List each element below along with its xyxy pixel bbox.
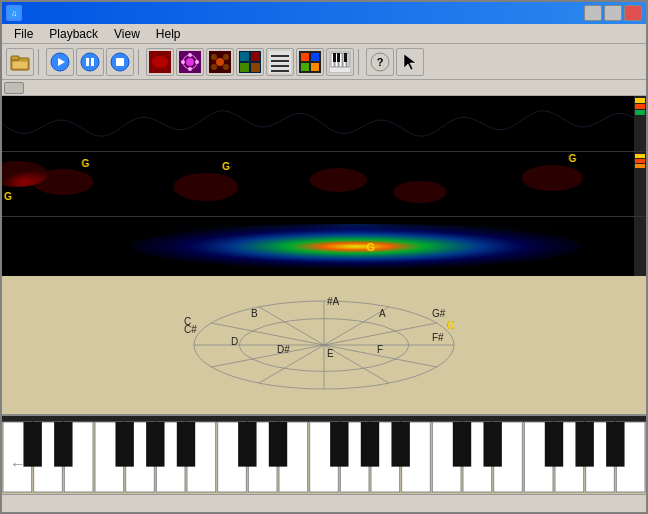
heatmap-panel (2, 216, 646, 276)
menu-playback[interactable]: Playback (41, 25, 106, 43)
help-button[interactable]: ? (366, 48, 394, 76)
svg-rect-29 (251, 52, 260, 61)
statusbar (2, 494, 646, 512)
piano-area[interactable] (2, 414, 646, 494)
svg-point-19 (181, 60, 185, 64)
piano-button[interactable] (326, 48, 354, 76)
sep1 (38, 49, 42, 75)
svg-point-20 (195, 60, 199, 64)
svg-rect-36 (271, 70, 289, 72)
svg-rect-30 (240, 63, 249, 72)
stop-button[interactable] (106, 48, 134, 76)
pause-button[interactable] (76, 48, 104, 76)
svg-rect-33 (271, 55, 289, 57)
cursor-button[interactable] (396, 48, 424, 76)
svg-point-26 (223, 64, 229, 70)
vis-panels (2, 96, 646, 276)
heatmap-canvas (2, 217, 646, 276)
svg-rect-35 (271, 65, 289, 67)
svg-rect-50 (344, 53, 347, 62)
svg-point-7 (81, 53, 99, 71)
svg-point-18 (188, 67, 192, 71)
svg-rect-34 (271, 60, 289, 62)
minimize-button[interactable] (584, 5, 602, 21)
svg-rect-49 (337, 53, 340, 62)
menu-help[interactable]: Help (148, 25, 189, 43)
vis1-button[interactable] (146, 48, 174, 76)
chord-panel (2, 151, 646, 216)
svg-rect-41 (311, 63, 319, 71)
svg-text:♫: ♫ (11, 9, 17, 18)
circle-of-fifths-canvas (164, 295, 484, 395)
svg-point-16 (186, 58, 194, 66)
strip-red (635, 104, 645, 109)
svg-marker-53 (404, 54, 416, 70)
circle-of-fifths-area (2, 276, 646, 414)
toolbar: ? (2, 44, 646, 80)
maximize-button[interactable] (604, 5, 622, 21)
svg-point-24 (223, 54, 229, 60)
vis6-button[interactable] (296, 48, 324, 76)
svg-rect-39 (311, 53, 319, 61)
svg-rect-47 (347, 53, 349, 67)
vis5-button[interactable] (266, 48, 294, 76)
menu-file[interactable]: File (6, 25, 41, 43)
svg-rect-4 (12, 61, 28, 69)
main-window: ♫ File Playback View Help (0, 0, 648, 514)
strip-green (635, 110, 645, 115)
vis3-button[interactable] (206, 48, 234, 76)
right-strip-1 (634, 96, 646, 151)
chord-canvas (2, 152, 646, 216)
svg-point-17 (188, 53, 192, 57)
play-button[interactable] (46, 48, 74, 76)
svg-point-23 (211, 54, 217, 60)
strip-orange2 (635, 164, 645, 168)
titlebar: ♫ (2, 2, 646, 24)
svg-point-25 (211, 64, 217, 70)
svg-rect-9 (91, 58, 94, 66)
svg-rect-38 (301, 53, 309, 61)
waveform-canvas (2, 96, 646, 151)
menu-view[interactable]: View (106, 25, 148, 43)
svg-text:?: ? (377, 56, 384, 68)
svg-rect-3 (11, 56, 19, 60)
main-content (2, 80, 646, 494)
svg-rect-28 (240, 52, 249, 61)
sep3 (358, 49, 362, 75)
strip-yellow2 (635, 154, 645, 158)
app-icon: ♫ (6, 5, 22, 21)
titlebar-left: ♫ (6, 5, 26, 21)
window-controls (584, 5, 642, 21)
sep2 (138, 49, 142, 75)
svg-point-13 (152, 56, 168, 68)
svg-rect-48 (333, 53, 336, 62)
svg-rect-11 (116, 58, 124, 66)
strip-red2 (635, 159, 645, 163)
vis2-button[interactable] (176, 48, 204, 76)
vis4-button[interactable] (236, 48, 264, 76)
strip-yellow (635, 98, 645, 103)
open-button[interactable] (6, 48, 34, 76)
scroll-track[interactable] (2, 80, 646, 96)
waveform-panel (2, 96, 646, 151)
svg-point-22 (216, 58, 224, 66)
right-strip-2 (634, 152, 646, 216)
svg-rect-40 (301, 63, 309, 71)
piano-canvas[interactable] (2, 416, 646, 494)
svg-rect-8 (86, 58, 89, 66)
right-strip-3 (634, 217, 646, 276)
close-button[interactable] (624, 5, 642, 21)
svg-rect-31 (251, 63, 260, 72)
scroll-thumb[interactable] (4, 82, 24, 94)
menubar: File Playback View Help (2, 24, 646, 44)
